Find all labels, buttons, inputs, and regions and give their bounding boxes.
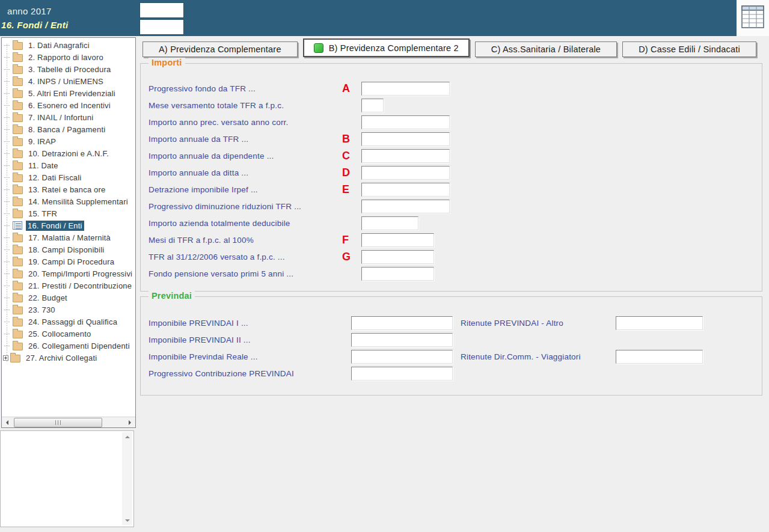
previndai-field[interactable] bbox=[351, 350, 453, 364]
tree-item-icon bbox=[13, 307, 23, 314]
tree-item[interactable]: 3. Tabelle di Procedura bbox=[2, 63, 135, 75]
tree-item-label: 22. Budget bbox=[26, 293, 69, 303]
tree-item[interactable]: 4. INPS / UniEMENS bbox=[2, 75, 135, 87]
tree-item[interactable]: 18. Campi Disponibili bbox=[2, 243, 135, 255]
tree-item[interactable]: 7. INAIL / Infortuni bbox=[2, 111, 135, 123]
scroll-down-icon[interactable] bbox=[122, 516, 132, 525]
tree-item[interactable]: 27. Archivi Collegati bbox=[2, 352, 135, 364]
scroll-right-icon[interactable] bbox=[125, 418, 135, 427]
tree-item[interactable]: 24. Passaggi di Qualifica bbox=[2, 316, 135, 328]
importi-field[interactable] bbox=[361, 82, 450, 96]
tree-item[interactable]: 6. Esonero ed Incentivi bbox=[2, 99, 135, 111]
importi-field[interactable] bbox=[361, 233, 434, 247]
importi-field[interactable] bbox=[361, 132, 450, 146]
green-square-icon bbox=[314, 43, 323, 53]
tree-item[interactable]: 15. TFR bbox=[2, 207, 135, 219]
tree-item-label: 7. INAIL / Infortuni bbox=[26, 112, 95, 123]
tree-item-label: 17. Malattia / Maternità bbox=[26, 233, 112, 243]
scroll-up-icon[interactable] bbox=[122, 432, 132, 442]
form-row: TFR al 31/12/2006 versato a f.p.c. ... G bbox=[149, 248, 756, 265]
tree-item[interactable]: 11. Date bbox=[2, 159, 135, 171]
tab[interactable]: D) Casse Edili / Sindacati bbox=[622, 41, 756, 57]
form-row: Importo azienda totalmente deducibile bbox=[149, 215, 756, 231]
tree-item-label: 6. Esonero ed Incentivi bbox=[26, 100, 112, 111]
expand-plus-icon[interactable] bbox=[3, 355, 8, 361]
tree-item[interactable]: 2. Rapporto di lavoro bbox=[2, 51, 135, 63]
tree-connector bbox=[4, 249, 10, 250]
importi-field[interactable] bbox=[361, 166, 450, 180]
tree-item-icon bbox=[13, 54, 23, 62]
tree-item-icon bbox=[13, 102, 23, 110]
tab[interactable]: A) Previdenza Complementare bbox=[142, 41, 298, 57]
previndai-field-right[interactable] bbox=[616, 350, 703, 364]
tree-item[interactable]: 1. Dati Anagrafici bbox=[2, 39, 135, 51]
tree-item[interactable]: 17. Malattia / Maternità bbox=[2, 231, 135, 243]
importi-field[interactable] bbox=[361, 115, 450, 129]
tree-item-icon bbox=[13, 258, 23, 266]
tree-item[interactable]: 20. Tempi/Importi Progressivi bbox=[2, 268, 135, 280]
tree-item[interactable]: 13. Ratei e banca ore bbox=[2, 183, 135, 195]
importi-field[interactable] bbox=[361, 267, 434, 281]
tree-item-icon bbox=[13, 186, 23, 194]
scrollbar-thumb[interactable] bbox=[14, 418, 102, 427]
importi-field[interactable] bbox=[361, 149, 450, 163]
tree-item-label: 27. Archivi Collegati bbox=[24, 353, 99, 363]
tree-item-icon bbox=[13, 343, 23, 350]
tree-item[interactable]: 26. Collegamenti Dipendenti bbox=[2, 340, 135, 352]
form-row: Progressivo fondo da TFR ... A bbox=[149, 80, 756, 97]
tree-connector bbox=[4, 261, 10, 262]
tree-connector bbox=[4, 141, 10, 142]
tree-item[interactable]: 14. Mensilità Supplementari bbox=[2, 195, 135, 207]
navigation-tree-panel: 1. Dati Anagrafici 2. Rapporto di lavoro… bbox=[1, 37, 136, 428]
tab[interactable]: B) Previdenza Complementare 2 bbox=[303, 38, 470, 57]
previndai-field-right[interactable] bbox=[616, 316, 703, 330]
notes-vertical-scrollbar[interactable] bbox=[122, 432, 132, 525]
tab-label: D) Casse Edili / Sindacati bbox=[639, 44, 740, 54]
tab[interactable]: C) Ass.Sanitaria / Bilaterale bbox=[475, 41, 617, 57]
importi-group-title: Importi bbox=[149, 58, 185, 67]
tree-item[interactable]: 10. Detrazioni e A.N.F. bbox=[2, 147, 135, 159]
tree-item[interactable]: 5. Altri Enti Previdenziali bbox=[2, 87, 135, 99]
tree-item[interactable]: 16. Fondi / Enti bbox=[2, 219, 135, 231]
form-row: Progressivo Contribuzione PREVINDAI bbox=[149, 365, 756, 382]
importi-field[interactable] bbox=[361, 183, 450, 197]
tree-item[interactable]: 8. Banca / Pagamenti bbox=[2, 123, 135, 135]
tree-item[interactable]: 19. Campi Di Procedura bbox=[2, 255, 135, 268]
tree-horizontal-scrollbar[interactable] bbox=[2, 417, 135, 427]
field-label: Fondo pensione versato primi 5 anni ... bbox=[149, 269, 341, 278]
tree-item[interactable]: 21. Prestiti / Decontribuzione bbox=[2, 280, 135, 292]
tree-item-label: 24. Passaggi di Qualifica bbox=[26, 317, 119, 327]
tree-item-icon bbox=[13, 198, 23, 206]
previndai-field[interactable] bbox=[351, 367, 453, 381]
header-field-1[interactable] bbox=[139, 2, 184, 18]
tree-item-icon bbox=[13, 295, 23, 302]
field-letter-marker: E bbox=[341, 183, 361, 196]
notes-panel[interactable] bbox=[0, 430, 134, 527]
tree-item-icon bbox=[10, 355, 20, 362]
tree-connector bbox=[4, 81, 10, 82]
form-row: Imponibile PREVINDAI II ... bbox=[149, 331, 756, 348]
grid-view-button[interactable] bbox=[737, 0, 769, 36]
importi-field[interactable] bbox=[361, 200, 450, 213]
tree-item[interactable]: 9. IRAP bbox=[2, 135, 135, 147]
form-row: Fondo pensione versato primi 5 anni ... bbox=[149, 265, 756, 282]
tree-item[interactable]: 22. Budget bbox=[2, 292, 135, 304]
tree-item[interactable]: 25. Collocamento bbox=[2, 328, 135, 340]
importi-field[interactable] bbox=[361, 216, 418, 230]
tree-item-label: 5. Altri Enti Previdenziali bbox=[26, 88, 117, 99]
scroll-left-icon[interactable] bbox=[2, 418, 12, 427]
form-row: Progressivo diminuzione riduzioni TFR ..… bbox=[149, 198, 756, 215]
field-letter-marker: F bbox=[341, 234, 361, 246]
header-field-2[interactable] bbox=[139, 19, 184, 35]
tree-item-label: 10. Detrazioni e A.N.F. bbox=[26, 148, 111, 159]
tree-connector bbox=[4, 345, 10, 346]
tree-item[interactable]: 23. 730 bbox=[2, 304, 135, 316]
tree-item[interactable]: 12. Dati Fiscali bbox=[2, 171, 135, 183]
previndai-field[interactable] bbox=[351, 333, 453, 347]
importi-field[interactable] bbox=[361, 250, 434, 264]
tree-item-label: 14. Mensilità Supplementari bbox=[26, 197, 130, 207]
tab-label: C) Ass.Sanitaria / Bilaterale bbox=[491, 44, 601, 54]
previndai-field[interactable] bbox=[351, 316, 453, 330]
importi-field[interactable] bbox=[361, 99, 384, 112]
field-letter-marker: G bbox=[341, 251, 361, 263]
